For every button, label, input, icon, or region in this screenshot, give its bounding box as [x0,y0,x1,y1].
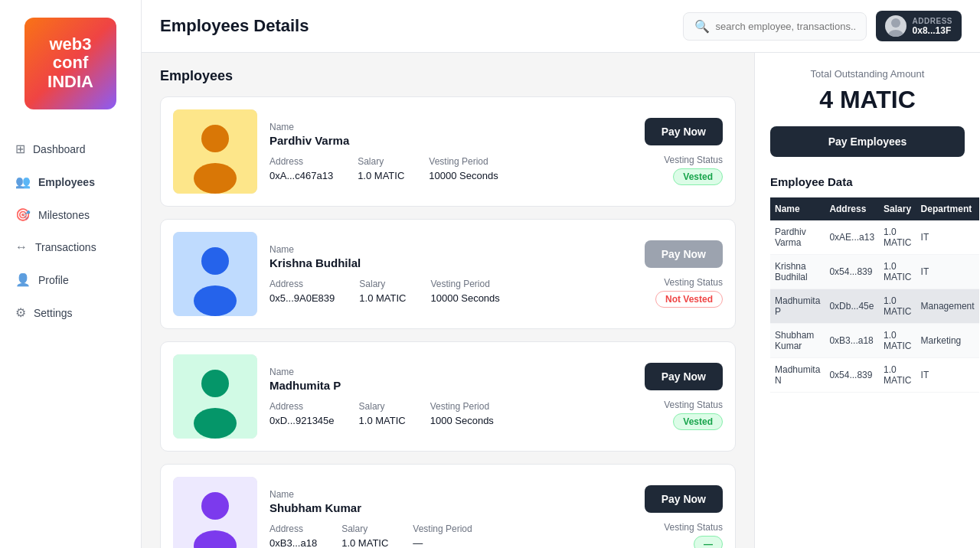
vesting-period-value: 10000 Seconds [429,170,498,181]
pay-now-button[interactable]: Pay Now [645,118,723,145]
employee-right: Pay Now Vesting Status Vested [623,118,723,185]
vesting-status: Vesting Status Not Vested [655,277,723,308]
search-icon: 🔍 [694,19,710,34]
address-value: 0xD...921345e [270,415,335,426]
employee-fields: Address 0xD...921345e Salary 1.0 MATIC V… [270,401,611,426]
settings-icon: ⚙ [15,305,26,320]
table-cell-department: Marketing [916,324,979,358]
right-panel: Total Outstanding Amount 4 MATIC Pay Emp… [754,53,980,548]
employee-name: Krishna Budhilal [270,256,611,269]
salary-group: Salary 1.0 MATIC [359,279,406,304]
svg-point-9 [201,370,229,397]
employee-card: Name Shubham Kumar Address 0xB3...a18 Sa… [160,464,736,548]
salary-value: 1.0 MATIC [359,415,406,426]
vesting-status-label: Vesting Status [664,155,723,165]
table-cell-address: 0xB3...a18 [825,324,879,358]
employee-right: Pay Now Vesting Status Vested [623,363,723,430]
logo-container: web3confINDIA [0,0,141,126]
salary-group: Salary 1.0 MATIC [358,156,404,181]
vesting-status-label: Vesting Status [664,522,723,533]
transactions-icon: ↔ [15,240,28,254]
table-header: NameAddressSalaryDepartment [770,197,979,220]
sidebar-item-settings[interactable]: ⚙ Settings [0,296,141,329]
vesting-period-label: Vesting Period [429,156,498,167]
salary-group: Salary 1.0 MATIC [359,401,406,426]
sidebar-item-label: Dashboard [33,143,86,155]
header-right: 🔍 ADDRESS 0x8...13F [683,11,962,41]
vesting-status-badge: Vested [673,168,723,185]
salary-label: Salary [341,524,388,534]
table-body: Pardhiv Varma0xAE...a131.0 MATICITKrishn… [770,220,979,393]
header: Employees Details 🔍 ADDRESS 0x8...13F [142,0,980,53]
search-input[interactable] [716,21,855,32]
address-button[interactable]: ADDRESS 0x8...13F [876,11,962,41]
sidebar-item-transactions[interactable]: ↔ Transactions [0,231,141,263]
name-label: Name [270,244,611,255]
svg-point-7 [194,285,237,316]
sidebar-item-dashboard[interactable]: ⊞ Dashboard [0,132,141,165]
employee-list-section: Employees Name Pardhiv Varma Address 0xA… [142,53,754,548]
sidebar-item-label: Milestones [38,209,90,221]
table-cell-salary: 1.0 MATIC [879,358,916,393]
sidebar-item-milestones[interactable]: 🎯 Milestones [0,198,141,231]
table-header-cell: Salary [879,197,916,220]
employee-name: Pardhiv Varma [270,134,611,147]
svg-point-10 [194,408,237,439]
outstanding-section: Total Outstanding Amount 4 MATIC Pay Emp… [770,68,965,157]
table-cell-salary: 1.0 MATIC [879,255,916,289]
avatar [885,15,906,37]
page-title: Employees Details [160,16,309,36]
table-header-cell: Department [916,197,979,220]
profile-icon: 👤 [15,272,31,287]
dashboard-icon: ⊞ [15,142,25,156]
outstanding-amount: 4 MATIC [770,86,965,114]
table-cell-name: Krishna Budhilal [770,255,825,289]
salary-group: Salary 1.0 MATIC [341,524,388,548]
outstanding-label: Total Outstanding Amount [770,68,965,80]
pay-now-button[interactable]: Pay Now [645,363,723,390]
vesting-period-group: Vesting Period 10000 Seconds [429,156,498,181]
employee-photo-svg [173,354,257,439]
address-value: 0x5...9A0E839 [270,292,335,304]
table-cell-name: Madhumita P [770,289,825,324]
pay-now-button: Pay Now [645,240,723,268]
pay-employees-button[interactable]: Pay Employees [770,126,965,157]
sidebar-item-profile[interactable]: 👤 Profile [0,263,141,296]
table-cell-salary: 1.0 MATIC [879,220,916,255]
employee-card: Name Krishna Budhilal Address 0x5...9A0E… [160,219,736,329]
employee-photo [173,232,257,316]
vesting-status-label: Vesting Status [664,277,723,288]
name-label: Name [270,122,611,132]
address-label: ADDRESS [913,17,952,25]
address-value: 0x8...13F [913,25,952,36]
employee-info: Name Madhumita P Address 0xD...921345e S… [270,367,611,426]
table-row: Shubham Kumar0xB3...a181.0 MATICMarketin… [770,324,979,358]
pay-now-button[interactable]: Pay Now [645,485,723,513]
sidebar-item-label: Employees [38,176,95,188]
employee-photo [173,109,257,194]
svg-point-0 [891,18,900,28]
employee-name: Madhumita P [270,379,611,392]
vesting-period-value: 10000 Seconds [430,292,499,304]
svg-point-3 [201,125,229,152]
sidebar-item-employees[interactable]: 👥 Employees [0,165,141,198]
content-area: Employees Name Pardhiv Varma Address 0xA… [142,53,980,548]
vesting-period-value: 1000 Seconds [430,415,494,426]
address-group: Address 0xD...921345e [270,401,335,426]
sidebar-item-label: Transactions [35,241,96,253]
employee-card: Name Madhumita P Address 0xD...921345e S… [160,341,736,452]
vesting-period-label: Vesting Period [413,524,472,534]
employee-data-table: NameAddressSalaryDepartment Pardhiv Varm… [770,197,979,393]
search-bar[interactable]: 🔍 [683,12,867,41]
address-group: Address 0xA...c467a13 [270,156,333,181]
table-row: Madhumita P0xDb...45e1.0 MATICManagement [770,289,979,324]
employee-cards: Name Pardhiv Varma Address 0xA...c467a13… [160,96,736,548]
vesting-period-group: Vesting Period 10000 Seconds [430,279,499,304]
address-label: Address [270,279,335,289]
table-cell-salary: 1.0 MATIC [879,324,916,358]
salary-label: Salary [358,156,404,167]
avatar-image [885,15,906,37]
name-label: Name [270,367,611,377]
employee-right: Pay Now Vesting Status Not Vested [623,240,723,308]
employee-fields: Address 0x5...9A0E839 Salary 1.0 MATIC V… [270,279,611,304]
